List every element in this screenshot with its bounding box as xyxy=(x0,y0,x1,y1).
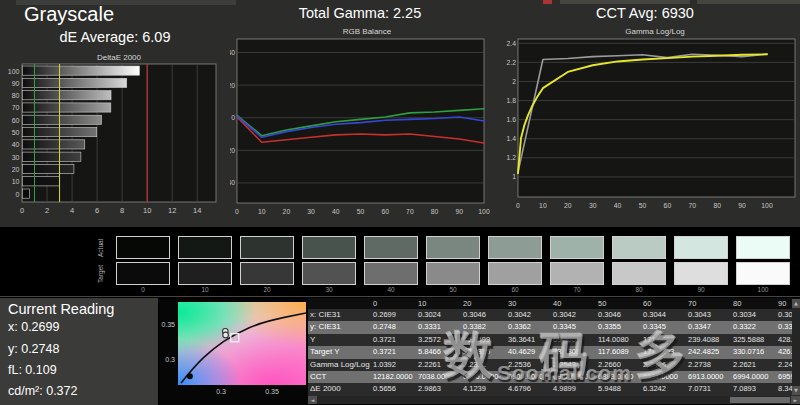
ytick-label: 1.6 xyxy=(507,116,517,123)
ytick-label: 40 xyxy=(230,49,235,56)
table-cell: 2.2621 xyxy=(730,359,775,371)
actual-swatch-40 xyxy=(364,236,418,259)
table-cell: 7.0893 xyxy=(730,383,775,395)
current-reading-point xyxy=(187,373,193,379)
actual-swatch-70 xyxy=(550,236,604,259)
deltae-xtick: 12 xyxy=(168,206,176,215)
deltae-ytick: 100 xyxy=(8,68,20,75)
ytick-label: 1.4 xyxy=(507,135,517,142)
target-swatch-90 xyxy=(674,262,728,285)
current-reading-panel: Current Reading x: 0.2699 y: 0.2748 fL: … xyxy=(0,298,158,405)
deltae-xtick: 6 xyxy=(95,206,99,215)
xtick-label: 90 xyxy=(456,208,464,215)
deltae-bar-90 xyxy=(22,78,126,87)
swatch-col-label: 10 xyxy=(178,286,232,293)
xtick-label: 80 xyxy=(713,202,721,209)
deltae-xtick: 10 xyxy=(143,206,151,215)
rgb-balance-line-chart: RGB Balance40200-20-40010203040506070809… xyxy=(230,27,490,227)
scroll-up-icon[interactable]: ▲ xyxy=(792,299,800,308)
deltae-ytick: 70 xyxy=(12,104,20,111)
horizontal-scrollbar[interactable] xyxy=(308,396,800,404)
swatch-col-label: 40 xyxy=(364,286,418,293)
table-cell: 0.2748 xyxy=(370,321,415,333)
actual-swatch-80 xyxy=(612,236,666,259)
table-header-row: 0102030405060708090 xyxy=(308,298,800,309)
table-row-label: x: CIE31 xyxy=(308,309,370,321)
table-cell: 0.2699 xyxy=(370,309,415,321)
target-swatch-30 xyxy=(302,262,356,285)
scroll-right-icon[interactable]: ► xyxy=(791,396,800,404)
scroll-left-icon[interactable]: ◄ xyxy=(308,396,317,404)
xtick-label: 40 xyxy=(332,208,340,215)
reading-y: y: 0.2748 xyxy=(8,342,59,356)
target-swatch-50 xyxy=(426,262,480,285)
table-row-label: ΔE 2000 xyxy=(308,383,370,395)
xtick-label: 70 xyxy=(689,202,697,209)
target-swatch-80 xyxy=(612,262,666,285)
current-reading-title: Current Reading xyxy=(8,301,114,317)
swatch-col-label: 60 xyxy=(488,286,542,293)
xtick-label: 0 xyxy=(516,202,520,209)
table-col-header: 20 xyxy=(460,298,505,309)
table-cell: 0.3034 xyxy=(730,309,775,321)
table-col-header: 10 xyxy=(415,298,460,309)
watermark-soomal: Soomal.com xyxy=(497,361,632,385)
actual-swatch-50 xyxy=(426,236,480,259)
table-row-label: y: CIE31 xyxy=(308,321,370,333)
deltae-ytick: 50 xyxy=(12,129,20,136)
cie-xtick-035: 0.35 xyxy=(260,388,284,395)
deltae-xtick: 8 xyxy=(120,206,124,215)
actual-swatch-100 xyxy=(736,236,790,259)
actual-swatch-20 xyxy=(240,236,294,259)
deltae-ytick: 0 xyxy=(16,191,20,198)
ytick-label: 2 xyxy=(512,78,516,85)
calman-grayscale-view: Grayscale dE Average: 6.09 Total Gamma: … xyxy=(0,0,800,405)
xtick-label: 30 xyxy=(307,208,315,215)
ytick-label: 2.4 xyxy=(507,40,517,47)
deltae-ytick: 10 xyxy=(12,178,20,185)
xtick-label: 100 xyxy=(761,202,773,209)
actual-swatch-0 xyxy=(116,236,170,259)
deltae-ytick: 20 xyxy=(12,166,20,173)
target-swatch-100 xyxy=(736,262,790,285)
xtick-label: 90 xyxy=(738,202,746,209)
xtick-label: 70 xyxy=(406,208,414,215)
deltae-bar-0 xyxy=(22,189,29,198)
top-tab-fragment-red xyxy=(543,0,552,4)
deltae-bar-10 xyxy=(22,177,59,186)
swatch-col-label: 80 xyxy=(612,286,666,293)
grayscale-swatch-strip: Actual Target 0102030405060708090100 xyxy=(0,227,800,296)
deltae-xtick: 2 xyxy=(45,206,49,215)
swatch-row-label-target: Target xyxy=(97,262,104,285)
actual-swatch-90 xyxy=(674,236,728,259)
target-swatch-20 xyxy=(240,262,294,285)
deltae-bar-30 xyxy=(22,152,81,161)
table-col-header: 70 xyxy=(685,298,730,309)
measured-point-1 xyxy=(223,332,229,338)
xtick-label: 10 xyxy=(539,202,547,209)
table-row-label: Y xyxy=(308,334,370,346)
page-title: Grayscale xyxy=(24,3,114,26)
vertical-scrollbar[interactable] xyxy=(792,299,800,395)
de-average-label: dE Average: 6.09 xyxy=(0,29,230,45)
cie-ytick-035: 0.35 xyxy=(157,321,175,328)
swatch-row-label-actual: Actual xyxy=(97,236,104,259)
horizontal-scrollbar-thumb[interactable] xyxy=(730,397,790,403)
deltae-ytick: 80 xyxy=(12,92,20,99)
gamma-loglog-line-chart: Gamma Log/Log2.42.221.81.61.41.210102030… xyxy=(490,27,800,227)
ytick-label: 1.8 xyxy=(507,97,517,104)
table-row-label: Target Y xyxy=(308,346,370,358)
deltae-xtick: 4 xyxy=(70,206,74,215)
xtick-label: 10 xyxy=(258,208,266,215)
target-swatch-40 xyxy=(364,262,418,285)
table-col-header: 0 xyxy=(370,298,415,309)
xtick-label: 60 xyxy=(664,202,672,209)
ytick-label: -20 xyxy=(230,147,235,154)
table-cell: 0.5656 xyxy=(370,383,415,395)
scroll-down-icon[interactable]: ▼ xyxy=(792,386,800,395)
xtick-label: 100 xyxy=(478,208,490,215)
table-row-label: Gamma Log/Log xyxy=(308,359,370,371)
table-cell: 0.3721 xyxy=(370,334,415,346)
table-col-header: 40 xyxy=(550,298,595,309)
deltae-bar-70 xyxy=(22,103,111,112)
